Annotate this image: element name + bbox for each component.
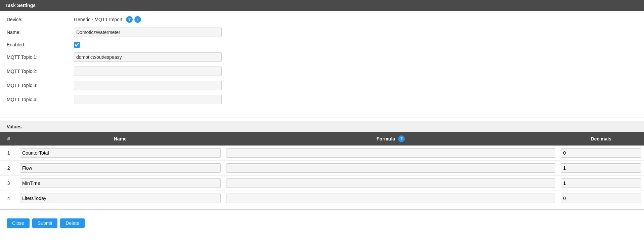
close-button[interactable]: Close	[7, 218, 30, 228]
row-num-2: 2	[0, 161, 17, 176]
row-decimals-input-4[interactable]	[561, 194, 641, 203]
mqtt-topic3-input[interactable]	[74, 81, 222, 90]
submit-button[interactable]: Submit	[32, 218, 58, 228]
row-formula-cell-2	[223, 161, 558, 176]
enabled-row: Enabled:	[7, 42, 637, 48]
device-row: Device: Generic - MQTT Import ? i	[7, 16, 637, 23]
table-row: 2	[0, 161, 644, 176]
row-name-cell-2	[17, 161, 223, 176]
col-header-num: #	[0, 132, 17, 146]
row-name-input-1[interactable]	[20, 148, 220, 158]
mqtt-topic2-input[interactable]	[74, 67, 222, 76]
row-formula-input-2[interactable]	[226, 163, 556, 173]
row-decimals-input-1[interactable]	[561, 148, 641, 158]
device-value-container: Generic - MQTT Import ? i	[74, 16, 141, 23]
name-label: Name:	[7, 30, 74, 35]
col-header-name: Name	[17, 132, 223, 146]
row-formula-input-3[interactable]	[226, 178, 556, 188]
row-name-input-3[interactable]	[20, 178, 220, 188]
table-header: # Name Formula ? Decimals	[0, 132, 644, 146]
row-formula-input-4[interactable]	[226, 194, 556, 203]
row-decimals-cell-2	[558, 161, 644, 176]
title-bar-label: Task Settings	[5, 3, 36, 8]
row-decimals-input-2[interactable]	[561, 163, 641, 173]
row-decimals-input-3[interactable]	[561, 178, 641, 188]
row-name-cell-3	[17, 176, 223, 191]
row-formula-cell-4	[223, 191, 558, 206]
mqtt-topic2-label: MQTT Topic 2:	[7, 69, 74, 74]
mqtt-topic1-row: MQTT Topic 1:	[7, 52, 637, 62]
mqtt-topic4-label: MQTT Topic 4:	[7, 97, 74, 102]
enabled-label: Enabled:	[7, 42, 74, 47]
mqtt-topic3-label: MQTT Topic 3:	[7, 83, 74, 88]
table-body: 1 2 3	[0, 146, 644, 206]
device-value: Generic - MQTT Import	[74, 17, 122, 22]
enabled-checkbox[interactable]	[74, 42, 80, 48]
device-info-icon[interactable]: i	[134, 16, 141, 23]
row-name-input-4[interactable]	[20, 194, 220, 203]
row-num-4: 4	[0, 191, 17, 206]
formula-label: Formula	[377, 136, 395, 141]
enabled-checkbox-container	[74, 42, 80, 48]
values-table-container: # Name Formula ? Decimals 1	[0, 132, 644, 206]
mqtt-topic4-row: MQTT Topic 4:	[7, 95, 637, 104]
table-row: 3	[0, 176, 644, 191]
delete-button[interactable]: Delete	[60, 218, 84, 228]
section-divider	[0, 118, 644, 118]
device-help-icon[interactable]: ?	[126, 16, 133, 23]
row-formula-cell-3	[223, 176, 558, 191]
mqtt-topic1-label: MQTT Topic 1:	[7, 54, 74, 60]
name-input[interactable]	[74, 28, 222, 37]
row-decimals-cell-4	[558, 191, 644, 206]
col-header-decimals: Decimals	[558, 132, 644, 146]
row-formula-input-1[interactable]	[226, 148, 556, 158]
footer-divider	[0, 209, 644, 210]
row-name-input-2[interactable]	[20, 163, 220, 173]
title-bar: Task Settings	[0, 0, 644, 11]
values-table: # Name Formula ? Decimals 1	[0, 132, 644, 206]
mqtt-topic4-input[interactable]	[74, 95, 222, 104]
values-label: Values	[7, 124, 22, 129]
formula-help-icon[interactable]: ?	[398, 135, 405, 142]
row-num-1: 1	[0, 146, 17, 161]
row-decimals-cell-3	[558, 176, 644, 191]
row-formula-cell-1	[223, 146, 558, 161]
footer-section: Close Submit Delete	[0, 213, 644, 233]
row-decimals-cell-1	[558, 146, 644, 161]
mqtt-topic1-input[interactable]	[74, 52, 222, 62]
table-row: 4	[0, 191, 644, 206]
col-header-formula: Formula ?	[223, 132, 558, 146]
table-row: 1	[0, 146, 644, 161]
form-section: Device: Generic - MQTT Import ? i Name: …	[0, 11, 644, 114]
row-name-cell-1	[17, 146, 223, 161]
values-section-header: Values	[0, 121, 644, 132]
name-row: Name:	[7, 28, 637, 37]
device-label: Device:	[7, 17, 74, 22]
mqtt-topic3-row: MQTT Topic 3:	[7, 81, 637, 90]
table-header-row: # Name Formula ? Decimals	[0, 132, 644, 146]
row-num-3: 3	[0, 176, 17, 191]
mqtt-topic2-row: MQTT Topic 2:	[7, 67, 637, 76]
row-name-cell-4	[17, 191, 223, 206]
